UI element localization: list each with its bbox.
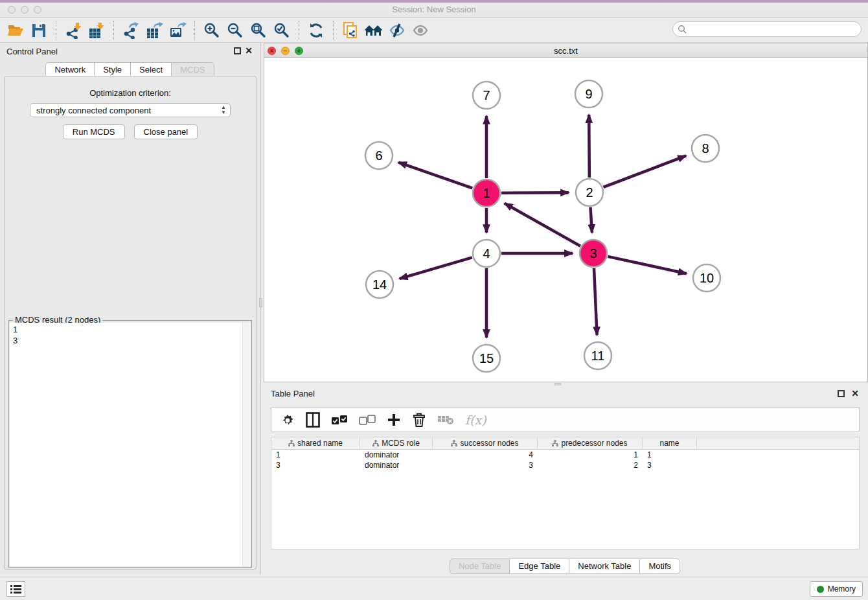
edge-1-6[interactable] <box>398 163 472 189</box>
column-header-predecessor-nodes[interactable]: predecessor nodes <box>538 437 643 449</box>
mcds-result-text: 1 3 <box>10 323 242 566</box>
edge-4-14[interactable] <box>400 257 472 279</box>
tab-edge-table[interactable]: Edge Table <box>509 559 569 574</box>
close-panel-button[interactable]: Close panel <box>134 124 198 139</box>
tab-node-table[interactable]: Node Table <box>450 559 510 574</box>
save-session-icon[interactable] <box>27 21 51 40</box>
table-options-icon[interactable] <box>280 411 295 428</box>
export-network-icon[interactable] <box>119 21 143 40</box>
select-all-rows-icon[interactable] <box>331 411 348 428</box>
graph-node-8[interactable]: 8 <box>692 135 719 162</box>
open-session-icon[interactable] <box>4 21 27 40</box>
memory-label: Memory <box>828 584 856 594</box>
edge-2-3[interactable] <box>590 207 591 233</box>
node-label: 2 <box>586 185 593 200</box>
cell-name[interactable]: 1 <box>643 450 697 459</box>
graph-node-10[interactable]: 10 <box>693 264 720 292</box>
column-label: predecessor nodes <box>561 439 627 448</box>
cell-successor-nodes[interactable]: 3 <box>433 461 538 470</box>
window-titlebar: Session: New Session <box>0 0 868 18</box>
node-label: 4 <box>483 246 490 260</box>
hide-visibility-icon[interactable] <box>385 21 409 40</box>
graph-node-3[interactable]: 3 <box>580 240 607 267</box>
node-label: 14 <box>372 277 387 292</box>
show-columns-icon[interactable] <box>306 411 320 428</box>
edge-3-10[interactable] <box>608 257 686 273</box>
search-box[interactable] <box>672 21 862 37</box>
graph-node-14[interactable]: 14 <box>366 271 393 298</box>
node-label: 9 <box>585 87 592 101</box>
memory-button[interactable]: Memory <box>810 581 863 597</box>
column-header-mcds-role[interactable]: MCDS role <box>360 437 433 449</box>
cell-predecessor-nodes[interactable]: 1 <box>538 450 643 459</box>
refresh-view-icon[interactable] <box>304 21 328 40</box>
cell-successor-nodes[interactable]: 4 <box>433 450 538 459</box>
edge-3-11[interactable] <box>594 268 597 335</box>
graph-node-2[interactable]: 2 <box>576 179 603 206</box>
edge-3-1[interactable] <box>505 203 580 246</box>
main-toolbar <box>0 19 868 43</box>
column-header-successor-nodes[interactable]: successor nodes <box>433 437 538 449</box>
fit-content-icon[interactable] <box>247 21 270 40</box>
table-row-1[interactable]: 1dominator411 <box>271 450 859 460</box>
vertical-split-handle[interactable] <box>259 298 262 307</box>
add-column-icon[interactable] <box>387 411 401 428</box>
cell-shared-name[interactable]: 3 <box>271 461 360 470</box>
cell-predecessor-nodes[interactable]: 2 <box>538 461 643 470</box>
window-title: Session: New Session <box>0 5 868 14</box>
edge-1-2[interactable] <box>501 192 569 193</box>
result-scrollbar[interactable] <box>242 323 251 566</box>
home-icon[interactable] <box>362 21 385 40</box>
graph-node-6[interactable]: 6 <box>365 142 393 169</box>
edge-2-8[interactable] <box>604 156 687 187</box>
task-history-button[interactable] <box>6 581 25 597</box>
float-panel-icon[interactable] <box>234 47 241 54</box>
run-mcds-button[interactable]: Run MCDS <box>63 124 125 139</box>
graph-node-7[interactable]: 7 <box>473 82 500 109</box>
network-window-titlebar[interactable]: × − + scc.txt <box>264 43 867 58</box>
close-panel-icon[interactable]: ✕ <box>245 45 253 56</box>
chevron-up-down-icon: ▲▼ <box>221 105 226 115</box>
cell-mcds-role[interactable]: dominator <box>360 461 433 470</box>
optimization-criterion-dropdown[interactable]: strongly connected component ▲▼ <box>30 103 231 117</box>
column-label: name <box>659 439 679 448</box>
graph-node-1[interactable]: 1 <box>473 179 500 207</box>
delete-column-icon[interactable] <box>412 411 426 428</box>
table-float-panel-icon[interactable] <box>838 390 845 397</box>
toolbar-separator <box>194 21 195 40</box>
zoom-in-icon[interactable] <box>200 21 223 40</box>
table-row-2[interactable]: 3dominator323 <box>271 460 859 470</box>
node-label: 11 <box>591 349 605 363</box>
export-image-icon[interactable] <box>166 21 189 40</box>
graph-node-4[interactable]: 4 <box>473 240 500 267</box>
cell-shared-name[interactable]: 1 <box>271 450 360 459</box>
table-panel-title: Table Panel <box>271 389 315 398</box>
import-table-icon[interactable] <box>85 21 108 40</box>
edge-2-9[interactable] <box>589 115 589 178</box>
toolbar-separator <box>333 21 334 40</box>
cell-mcds-role[interactable]: dominator <box>360 450 433 459</box>
graph-node-15[interactable]: 15 <box>473 345 500 372</box>
cell-name[interactable]: 3 <box>643 461 697 470</box>
tab-network-table[interactable]: Network Table <box>569 559 640 574</box>
export-table-icon[interactable] <box>143 21 166 40</box>
table-close-panel-icon[interactable]: ✕ <box>851 388 859 398</box>
column-header-shared-name[interactable]: shared name <box>271 437 360 449</box>
network-canvas[interactable]: 1234678910111415 <box>264 58 867 382</box>
node-label: 8 <box>702 141 709 156</box>
import-network-icon[interactable] <box>62 21 85 40</box>
deselect-all-rows-icon[interactable] <box>359 411 376 428</box>
toolbar-separator <box>113 21 114 40</box>
search-input[interactable] <box>687 23 861 35</box>
graph-node-11[interactable]: 11 <box>584 342 611 369</box>
column-header-name[interactable]: name <box>643 437 697 449</box>
tab-motifs[interactable]: Motifs <box>639 559 680 574</box>
graph-node-9[interactable]: 9 <box>575 80 602 108</box>
control-panel-title: Control Panel <box>6 47 58 56</box>
hierarchy-icon <box>451 440 457 446</box>
zoom-out-icon[interactable] <box>223 21 247 40</box>
zoom-selected-icon[interactable] <box>270 21 293 40</box>
duplicate-network-icon[interactable] <box>339 21 362 40</box>
table-panel: Table Panel ✕ f(x) shared nameMCDS roles… <box>262 386 868 574</box>
network-window-title: scc.txt <box>264 46 867 56</box>
